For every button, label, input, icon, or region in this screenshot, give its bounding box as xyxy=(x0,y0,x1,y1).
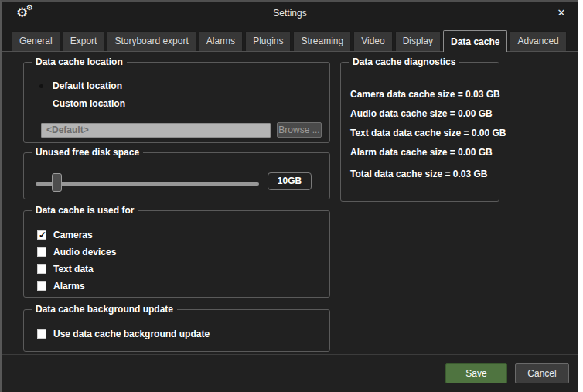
checkbox-checked-icon[interactable]: ✓ xyxy=(37,230,46,240)
location-path-row: Browse ... xyxy=(41,122,322,138)
tab-display[interactable]: Display xyxy=(395,31,441,51)
browse-button[interactable]: Browse ... xyxy=(277,122,322,138)
data-cache-location-group: Data cache location Default location Cus… xyxy=(23,62,330,143)
data-cache-used-for-group: Data cache is used for ✓ Cameras Audio d… xyxy=(23,210,330,298)
tab-streaming[interactable]: Streaming xyxy=(293,31,351,51)
default-location-radio[interactable]: Default location xyxy=(37,80,122,91)
checkbox-label: Alarms xyxy=(53,281,85,291)
close-icon[interactable]: ✕ xyxy=(554,6,568,20)
group-title: Data cache is used for xyxy=(32,205,138,216)
dialog-footer: Save Cancel xyxy=(2,354,578,392)
alarm-cache-size: Alarm data cache size = 0.00 GB xyxy=(350,147,494,158)
tab-bar: General Export Storyboard export Alarms … xyxy=(12,30,573,51)
tab-plugins[interactable]: Plugins xyxy=(245,31,291,51)
titlebar: ⚙ ⚙ Settings ✕ xyxy=(2,2,578,26)
tab-storyboard-export[interactable]: Storyboard export xyxy=(107,31,196,51)
radio-selected-icon[interactable] xyxy=(37,82,46,90)
disk-space-slider-thumb[interactable] xyxy=(52,173,62,192)
cancel-button[interactable]: Cancel xyxy=(515,363,569,383)
checkbox-label: Cameras xyxy=(53,230,93,240)
custom-location-radio[interactable]: Custom location xyxy=(37,98,125,109)
checkbox-text-data[interactable]: Text data xyxy=(37,264,116,274)
diagnostics-group: Data cache diagnostics Camera data cache… xyxy=(340,62,499,202)
checkbox-label: Audio devices xyxy=(53,247,116,257)
checkbox-use-background-update[interactable]: Use data cache background update xyxy=(37,329,210,339)
tab-advanced[interactable]: Advanced xyxy=(510,31,566,51)
disk-space-slider-track[interactable] xyxy=(36,182,259,186)
total-cache-size: Total data cache size = 0.03 GB xyxy=(350,169,494,179)
group-title: Data cache diagnostics xyxy=(349,56,459,67)
used-for-checklist: ✓ Cameras Audio devices Text data Alarms xyxy=(37,230,116,298)
disk-space-value: 10GB xyxy=(268,172,312,190)
tab-data-cache[interactable]: Data cache xyxy=(443,30,507,52)
tab-general[interactable]: General xyxy=(12,31,60,51)
checkbox-unchecked-icon[interactable] xyxy=(37,281,46,291)
camera-cache-size: Camera data cache size = 0.03 GB xyxy=(350,89,494,100)
check-icon: ✓ xyxy=(38,230,47,240)
cache-path-input[interactable] xyxy=(41,123,271,138)
audio-cache-size: Audio data cache size = 0.00 GB xyxy=(350,108,494,119)
group-title: Unused free disk space xyxy=(32,147,143,158)
group-title: Data cache background update xyxy=(32,304,177,315)
checkbox-label: Text data xyxy=(53,264,94,274)
checkbox-unchecked-icon[interactable] xyxy=(37,264,46,274)
checkbox-label: Use data cache background update xyxy=(53,329,210,339)
checkbox-cameras[interactable]: ✓ Cameras xyxy=(37,230,116,240)
tab-alarms[interactable]: Alarms xyxy=(199,31,243,51)
window-title: Settings xyxy=(2,2,578,26)
settings-window: ⚙ ⚙ Settings ✕ General Export Storyboard… xyxy=(0,0,578,392)
text-data-cache-size: Text data data cache size = 0.00 GB xyxy=(350,128,494,138)
checkbox-unchecked-icon[interactable] xyxy=(37,247,46,257)
unused-disk-space-group: Unused free disk space 10GB xyxy=(23,152,330,199)
checkbox-alarms[interactable]: Alarms xyxy=(37,281,116,291)
save-button[interactable]: Save xyxy=(445,363,507,383)
tab-export[interactable]: Export xyxy=(63,31,105,51)
data-cache-tab-panel: Data cache location Default location Cus… xyxy=(2,51,578,392)
background-update-group: Data cache background update Use data ca… xyxy=(23,309,330,352)
group-title: Data cache location xyxy=(32,56,127,67)
checkbox-audio-devices[interactable]: Audio devices xyxy=(37,247,116,257)
radio-unselected-icon[interactable] xyxy=(37,100,46,108)
radio-label: Default location xyxy=(53,80,122,91)
tab-video[interactable]: Video xyxy=(353,31,392,51)
checkbox-unchecked-icon[interactable] xyxy=(37,329,46,339)
radio-label: Custom location xyxy=(53,98,125,109)
background-update-checklist: Use data cache background update xyxy=(37,329,210,346)
diagnostics-body: Camera data cache size = 0.03 GB Audio d… xyxy=(350,89,494,188)
